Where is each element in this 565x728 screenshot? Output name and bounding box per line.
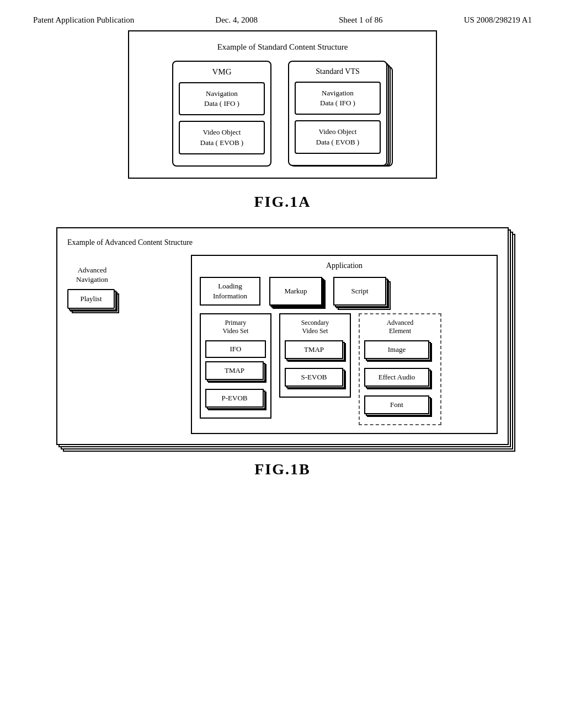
secondary-video-set: SecondaryVideo Set TMAP — [279, 313, 351, 398]
bottom-row: PrimaryVideo Set IFO TMAP — [200, 313, 489, 425]
page-content: Example of Standard Content Structure VM… — [0, 30, 565, 478]
script-stack: Script — [333, 277, 388, 306]
vmg-label: VMG — [179, 67, 265, 77]
loading-label: LoadingInformation — [213, 281, 247, 301]
fig1b-diagram: Example of Advanced Content Structure Ad… — [56, 227, 509, 445]
fig1a-label: FIG.1A — [254, 193, 311, 211]
fig1a-section: Example of Standard Content Structure VM… — [33, 30, 532, 211]
vmg-video-data: Video ObjectData ( EVOB ) — [179, 121, 265, 154]
playlist-box: Playlist — [67, 289, 115, 309]
vmg-nav-data: NavigationData ( IFO ) — [179, 82, 265, 115]
fig1a-title: Example of Standard Content Structure — [140, 42, 425, 52]
markup-stack: Markup — [269, 277, 324, 306]
app-label: Application — [200, 261, 489, 270]
application-area: Application LoadingInformation — [191, 255, 498, 434]
fig1a-inner: VMG NavigationData ( IFO ) Video ObjectD… — [140, 61, 425, 167]
script-box: Script — [333, 277, 386, 306]
fig1b-section: Example of Advanced Content Structure Ad… — [33, 227, 532, 478]
sevob-stack: S-EVOB — [285, 368, 345, 392]
tmap-stack: TMAP — [205, 361, 266, 386]
image-stack: Image — [364, 340, 436, 365]
header-sheet: Sheet 1 of 86 — [339, 15, 383, 25]
sevob-box: S-EVOB — [285, 368, 343, 387]
effect-audio-stack: Effect Audio — [364, 368, 436, 392]
tmap2-stack: TMAP — [285, 340, 345, 365]
vts-stack: Standard VTS NavigationData ( IFO ) Vide… — [288, 61, 393, 167]
vmg-box: VMG NavigationData ( IFO ) Video ObjectD… — [172, 61, 271, 167]
markup-label: Markup — [284, 286, 307, 296]
tmap-box: TMAP — [205, 361, 264, 380]
font-box: Font — [364, 395, 429, 414]
left-nav: AdvancedNavigation Playlist — [67, 266, 117, 309]
primary-video-set: PrimaryVideo Set IFO TMAP — [200, 313, 271, 419]
fig1b-title: Example of Advanced Content Structure — [67, 238, 498, 247]
top-row: LoadingInformation Markup — [200, 277, 489, 306]
vts-nav-data: NavigationData ( IFO ) — [295, 82, 381, 115]
secondary-vs-label: SecondaryVideo Set — [285, 319, 345, 336]
vts-main: Standard VTS NavigationData ( IFO ) Vide… — [288, 61, 387, 166]
playlist-label: Playlist — [80, 295, 102, 303]
header-patent: US 2008/298219 A1 — [464, 15, 532, 25]
playlist-stack: Playlist — [67, 289, 117, 309]
fig1b-label: FIG.1B — [254, 461, 310, 478]
loading-info-box: LoadingInformation — [200, 277, 260, 306]
ifo-box: IFO — [205, 340, 266, 358]
font-stack: Font — [364, 395, 436, 420]
pevob-box: P-EVOB — [205, 389, 264, 408]
vts-video-data: Video ObjectData ( EVOB ) — [295, 120, 381, 153]
adv-element-label: AdvancedElement — [364, 319, 436, 336]
markup-box: Markup — [269, 277, 322, 306]
fig1b-layout: AdvancedNavigation Playlist — [67, 255, 498, 434]
fig1b-front: Example of Advanced Content Structure Ad… — [56, 227, 509, 445]
header-left: Patent Application Publication — [33, 15, 134, 25]
fig1a-diagram: Example of Standard Content Structure VM… — [128, 30, 437, 179]
script-label: Script — [351, 286, 368, 296]
primary-vs-label: PrimaryVideo Set — [205, 319, 266, 336]
adv-nav-label: AdvancedNavigation — [76, 266, 108, 285]
header-date: Dec. 4, 2008 — [215, 15, 258, 25]
tmap2-box: TMAP — [285, 340, 343, 359]
vts-label: Standard VTS — [295, 67, 381, 76]
advanced-element-box: AdvancedElement Image — [359, 313, 441, 425]
pevob-stack: P-EVOB — [205, 389, 266, 413]
image-box: Image — [364, 340, 429, 359]
fig1b-wrapper: Example of Advanced Content Structure Ad… — [56, 227, 509, 445]
page-header: Patent Application Publication Dec. 4, 2… — [0, 0, 565, 30]
effect-audio-box: Effect Audio — [364, 368, 429, 387]
